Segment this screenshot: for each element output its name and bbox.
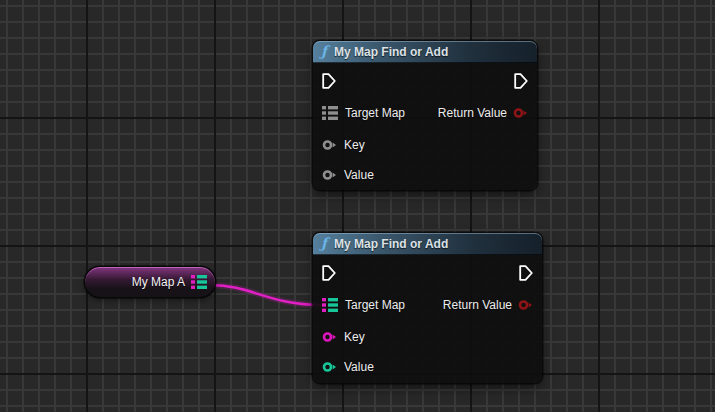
return-value-pin[interactable] (513, 107, 528, 119)
node-header[interactable]: ƒ My Map Find or Add (313, 41, 537, 63)
value-pin[interactable] (322, 361, 337, 373)
node-title: My Map Find or Add (334, 45, 448, 59)
target-return-row: Target Map Return Value (313, 295, 542, 315)
key-label: Key (344, 330, 365, 344)
wire-glow (210, 285, 322, 305)
exec-pin-row (313, 71, 537, 91)
key-pin-row: Key (313, 135, 537, 155)
target-map-label: Target Map (345, 106, 405, 120)
exec-out-pin[interactable] (514, 73, 528, 89)
return-value-label: Return Value (443, 298, 512, 312)
return-value-pin[interactable] (518, 299, 533, 311)
variable-node-my-map-a[interactable]: My Map A (85, 267, 215, 297)
variable-label: My Map A (132, 275, 185, 289)
key-pin[interactable] (322, 139, 337, 151)
function-icon: ƒ (321, 236, 327, 250)
target-map-pin[interactable] (322, 106, 338, 120)
node-header[interactable]: ƒ My Map Find or Add (313, 233, 542, 255)
map-output-pin[interactable] (191, 275, 207, 289)
value-pin-row: Value (313, 357, 542, 377)
node-title: My Map Find or Add (334, 237, 448, 251)
blueprint-graph-canvas[interactable]: My Map A ƒ My Map Find or Add (0, 0, 715, 412)
value-label: Value (344, 360, 374, 374)
target-return-row: Target Map Return Value (313, 103, 537, 123)
return-value-label: Return Value (438, 106, 507, 120)
function-icon: ƒ (321, 44, 327, 58)
exec-in-pin[interactable] (322, 265, 336, 281)
key-pin-row: Key (313, 327, 542, 347)
exec-in-pin[interactable] (322, 73, 336, 89)
node-my-map-find-or-add-2[interactable]: ƒ My Map Find or Add Target (313, 233, 542, 383)
exec-out-pin[interactable] (519, 265, 533, 281)
key-label: Key (344, 138, 365, 152)
key-pin[interactable] (322, 331, 337, 343)
node-my-map-find-or-add-1[interactable]: ƒ My Map Find or Add Target (313, 41, 537, 190)
target-map-pin[interactable] (322, 298, 338, 312)
value-pin[interactable] (322, 169, 337, 181)
target-map-label: Target Map (345, 298, 405, 312)
value-pin-row: Value (313, 165, 537, 185)
exec-pin-row (313, 263, 542, 283)
value-label: Value (344, 168, 374, 182)
